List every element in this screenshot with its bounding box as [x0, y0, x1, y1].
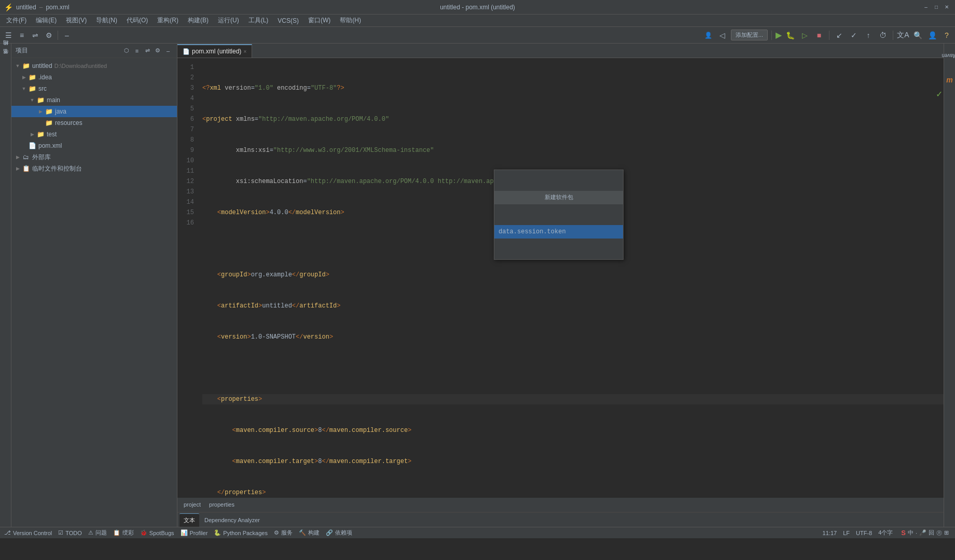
main-folder-icon: 📁: [36, 96, 45, 104]
todo-item[interactable]: ☑ TODO: [58, 529, 82, 536]
title-bar-left: ⚡ untitled – pom.xml: [4, 3, 70, 11]
ime-mic: 🎤: [919, 529, 926, 536]
todo-icon: ☑: [58, 529, 63, 536]
search-everywhere-button[interactable]: 🔍: [911, 29, 924, 41]
toolbar-btn-3[interactable]: –: [61, 29, 73, 41]
scroll-to-file-button[interactable]: ⇌: [143, 46, 152, 55]
java-folder[interactable]: ▶ 📁 java: [11, 106, 177, 117]
build-item[interactable]: 🔨 构建: [299, 529, 320, 537]
bookmarks-tab[interactable]: 书签: [1, 54, 11, 62]
temp-label: 临时文件和控制台: [32, 164, 82, 173]
toolbar-btn-2[interactable]: ⇌: [29, 29, 41, 41]
line-ending-item[interactable]: LF: [843, 530, 850, 536]
add-config-button[interactable]: 添加配置...: [731, 30, 768, 40]
minimize-button[interactable]: –: [922, 3, 930, 11]
stop-button[interactable]: ■: [813, 29, 825, 41]
validity-checkmark: ✓: [936, 89, 943, 99]
run-with-coverage[interactable]: ▷: [798, 29, 811, 41]
python-packages-item[interactable]: 🐍 Python Packages: [214, 529, 268, 536]
editor-tab-pom[interactable]: 📄 pom.xml (untitled) ×: [177, 44, 252, 58]
menu-edit[interactable]: 编辑(E): [32, 15, 61, 26]
profiler-item[interactable]: 📊 Profiler: [181, 529, 208, 536]
collapse-all-button[interactable]: ≡: [132, 46, 142, 55]
user-icon[interactable]: 👤: [926, 29, 938, 41]
maximize-button[interactable]: □: [932, 3, 940, 11]
app-icon: ⚡: [4, 3, 13, 11]
close-button[interactable]: ✕: [943, 3, 951, 11]
code-line-11: <properties>: [202, 394, 944, 404]
dep-icon: 🔗: [326, 529, 333, 536]
menu-navigate[interactable]: 导航(N): [92, 15, 121, 26]
gear-settings-button[interactable]: ⚙: [153, 46, 162, 55]
dependencies-item[interactable]: 🔗 依赖项: [326, 529, 352, 537]
xml-tab-properties[interactable]: properties: [207, 499, 237, 511]
settings-button[interactable]: ⚙: [43, 29, 55, 41]
toolbar: ☰ ≡ ⇌ ⚙ – 👤 ◁ 添加配置... ▶ 🐛 ▷ ■ ↙ ✓ ↑ ⏱ 文A…: [0, 27, 955, 44]
autocomplete-item-0[interactable]: data.session.token: [494, 225, 623, 239]
sidebar-close-button[interactable]: –: [163, 46, 173, 55]
code-line-10: [202, 363, 944, 373]
structure-tab[interactable]: 结构: [1, 46, 11, 54]
problems-item[interactable]: ⚠ 问题: [88, 529, 107, 537]
idea-folder[interactable]: ▶ 📁 .idea: [11, 72, 177, 83]
autocomplete-dropdown[interactable]: 新建软件包 data.session.token: [494, 170, 624, 260]
help-button[interactable]: ?: [940, 29, 953, 41]
menu-build[interactable]: 构建(B): [184, 15, 213, 26]
project-selector: 👤: [704, 32, 714, 39]
run-button[interactable]: ▶: [776, 30, 782, 40]
main-folder[interactable]: ▼ 📁 main: [11, 94, 177, 106]
xml-tab-project[interactable]: project: [182, 499, 203, 511]
test-folder[interactable]: ▶ 📁 test: [11, 129, 177, 140]
tree-root[interactable]: ▼ 📁 untitled D:\Download\untitled: [11, 60, 177, 72]
menu-vcs[interactable]: VCS(S): [273, 16, 303, 25]
bottom-tool-tabs: 文本 Dependency Analyzer: [177, 512, 944, 527]
vcs-push-button[interactable]: ↑: [862, 29, 875, 41]
editor-content[interactable]: 1 2 3 4 5 6 7 8 9 10 11 12 13 14 15 16 <…: [177, 58, 944, 498]
menu-refactor[interactable]: 重构(R): [153, 15, 183, 26]
ime-extra1: 回: [929, 529, 934, 537]
code-editor[interactable]: <?xml version="1.0" encoding="UTF-8"?> <…: [198, 58, 944, 498]
output-item[interactable]: 📋 绶彩: [113, 529, 134, 537]
menu-file[interactable]: 文件(F): [2, 15, 31, 26]
resources-folder[interactable]: ▶ 📁 resources: [11, 117, 177, 129]
menu-run[interactable]: 运行(U): [214, 15, 243, 26]
spotbugs-item[interactable]: 🐞 SpotBugs: [140, 529, 174, 536]
temp-files[interactable]: ▶ 📋 临时文件和控制台: [11, 163, 177, 174]
code-line-3: xmlns:xsi="http://www.w3.org/2001/XMLSch…: [202, 145, 944, 156]
project-view-button[interactable]: ☰: [2, 29, 15, 41]
menu-view[interactable]: 视图(V): [62, 15, 91, 26]
menu-help[interactable]: 帮助(H): [336, 15, 365, 26]
test-folder-icon: 📁: [36, 130, 45, 138]
src-folder[interactable]: ▼ 📁 src: [11, 83, 177, 94]
sidebar-title: 项目: [16, 46, 28, 55]
encoding-item[interactable]: UTF-8: [856, 530, 872, 536]
vcs-history[interactable]: ⏱: [877, 29, 889, 41]
menu-tools[interactable]: 工具(L): [244, 15, 273, 26]
expand-all-button[interactable]: ⬡: [122, 46, 131, 55]
tab-text[interactable]: 文本: [179, 513, 199, 527]
tab-close-button[interactable]: ×: [243, 49, 246, 54]
line-col-item[interactable]: 11:17: [823, 530, 837, 536]
root-path: D:\Download\untitled: [54, 63, 107, 69]
idea-arrow: ▶: [20, 75, 28, 80]
tab-dependency-analyzer[interactable]: Dependency Analyzer: [200, 513, 264, 527]
char-count-value: 4个字: [878, 529, 893, 537]
services-item[interactable]: ⚙ 服务: [274, 529, 293, 537]
translate-button[interactable]: 文A: [897, 29, 909, 41]
version-control-item[interactable]: ⎇ Version Control: [4, 529, 52, 536]
sidebar-tools: ⬡ ≡ ⇌ ⚙ –: [122, 46, 173, 55]
ime-icon: S: [901, 529, 906, 537]
vcs-update-button[interactable]: ↙: [833, 29, 846, 41]
menu-window[interactable]: 窗口(W): [304, 15, 335, 26]
maven-icon-tab[interactable]: m: [945, 72, 954, 88]
toolbar-sep-3: [829, 31, 829, 40]
menu-code[interactable]: 代码(O): [122, 15, 152, 26]
toolbar-sep-2: [771, 31, 772, 40]
pom-file[interactable]: ▶ 📄 pom.xml: [11, 140, 177, 151]
debug-button[interactable]: 🐛: [784, 29, 796, 41]
toolbar-btn-1[interactable]: ≡: [16, 29, 28, 41]
vcs-commit-button[interactable]: ✓: [848, 29, 860, 41]
back-button[interactable]: ◁: [716, 29, 729, 41]
maven-tab[interactable]: Maven: [937, 51, 955, 60]
external-libs[interactable]: ▶ 🗂 外部库: [11, 151, 177, 163]
